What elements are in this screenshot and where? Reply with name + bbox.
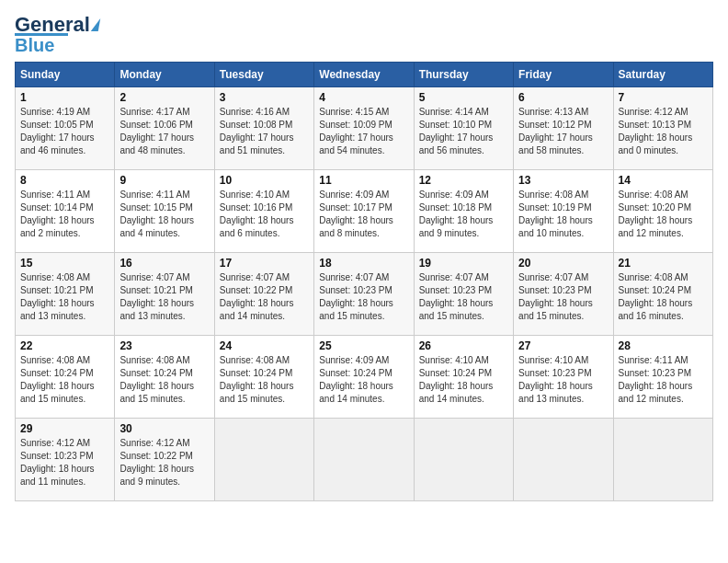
day-number: 23 (119, 339, 209, 352)
cell-content: Sunrise: 4:08 AMSunset: 10:24 PMDaylight… (20, 354, 109, 406)
calendar-cell: 1Sunrise: 4:19 AMSunset: 10:05 PMDayligh… (16, 87, 115, 170)
cell-content: Sunrise: 4:07 AMSunset: 10:22 PMDaylight… (220, 271, 309, 323)
cell-content: Sunrise: 4:10 AMSunset: 10:24 PMDaylight… (419, 354, 508, 406)
day-number: 18 (319, 257, 408, 270)
calendar-table: SundayMondayTuesdayWednesdayThursdayFrid… (15, 62, 713, 501)
calendar-cell: 22Sunrise: 4:08 AMSunset: 10:24 PMDaylig… (16, 336, 115, 419)
cell-content: Sunrise: 4:15 AMSunset: 10:09 PMDaylight… (319, 106, 408, 157)
cell-content: Sunrise: 4:08 AMSunset: 10:20 PMDaylight… (619, 189, 708, 240)
calendar-cell: 23Sunrise: 4:08 AMSunset: 10:24 PMDaylig… (115, 336, 214, 419)
day-number: 12 (419, 174, 508, 187)
calendar-cell: 8Sunrise: 4:11 AMSunset: 10:14 PMDayligh… (16, 170, 115, 253)
calendar-week-row: 22Sunrise: 4:08 AMSunset: 10:24 PMDaylig… (16, 336, 713, 419)
day-number: 6 (518, 91, 608, 104)
day-number: 3 (220, 91, 309, 104)
day-number: 7 (619, 91, 708, 104)
day-number: 9 (119, 174, 209, 187)
calendar-cell: 9Sunrise: 4:11 AMSunset: 10:15 PMDayligh… (115, 170, 214, 253)
day-number: 1 (20, 91, 109, 104)
cell-content: Sunrise: 4:12 AMSunset: 10:13 PMDaylight… (619, 106, 708, 157)
day-number: 28 (619, 339, 708, 352)
calendar-cell: 30Sunrise: 4:12 AMSunset: 10:22 PMDaylig… (115, 419, 214, 501)
day-of-week-header: Friday (514, 63, 613, 87)
calendar-cell: 19Sunrise: 4:07 AMSunset: 10:23 PMDaylig… (414, 253, 513, 336)
calendar-cell (613, 419, 712, 501)
cell-content: Sunrise: 4:10 AMSunset: 10:16 PMDaylight… (220, 189, 309, 240)
day-number: 25 (319, 339, 408, 352)
calendar-cell: 6Sunrise: 4:13 AMSunset: 10:12 PMDayligh… (514, 87, 613, 170)
calendar-cell: 26Sunrise: 4:10 AMSunset: 10:24 PMDaylig… (414, 336, 513, 419)
calendar-cell: 2Sunrise: 4:17 AMSunset: 10:06 PMDayligh… (115, 87, 214, 170)
calendar-cell: 28Sunrise: 4:11 AMSunset: 10:23 PMDaylig… (613, 336, 712, 419)
cell-content: Sunrise: 4:11 AMSunset: 10:23 PMDaylight… (619, 354, 708, 406)
calendar-cell: 17Sunrise: 4:07 AMSunset: 10:22 PMDaylig… (214, 253, 313, 336)
day-number: 26 (419, 339, 508, 352)
cell-content: Sunrise: 4:16 AMSunset: 10:08 PMDaylight… (220, 106, 309, 157)
cell-content: Sunrise: 4:17 AMSunset: 10:06 PMDaylight… (119, 106, 209, 157)
calendar-cell: 25Sunrise: 4:09 AMSunset: 10:24 PMDaylig… (314, 336, 414, 419)
calendar-cell: 18Sunrise: 4:07 AMSunset: 10:23 PMDaylig… (314, 253, 414, 336)
day-number: 10 (220, 174, 309, 187)
calendar-cell: 3Sunrise: 4:16 AMSunset: 10:08 PMDayligh… (214, 87, 313, 170)
day-number: 4 (319, 91, 408, 104)
calendar-cell: 11Sunrise: 4:09 AMSunset: 10:17 PMDaylig… (314, 170, 414, 253)
day-number: 11 (319, 174, 408, 187)
calendar-cell: 27Sunrise: 4:10 AMSunset: 10:23 PMDaylig… (514, 336, 613, 419)
day-number: 8 (20, 174, 109, 187)
cell-content: Sunrise: 4:11 AMSunset: 10:14 PMDaylight… (20, 189, 109, 240)
cell-content: Sunrise: 4:07 AMSunset: 10:23 PMDaylight… (319, 271, 408, 323)
cell-content: Sunrise: 4:13 AMSunset: 10:12 PMDaylight… (518, 106, 608, 157)
calendar-cell (414, 419, 513, 501)
day-of-week-header: Saturday (613, 63, 712, 87)
cell-content: Sunrise: 4:08 AMSunset: 10:24 PMDaylight… (220, 354, 309, 406)
day-of-week-header: Thursday (414, 63, 513, 87)
cell-content: Sunrise: 4:08 AMSunset: 10:21 PMDaylight… (20, 271, 109, 323)
calendar-cell: 29Sunrise: 4:12 AMSunset: 10:23 PMDaylig… (16, 419, 115, 501)
day-of-week-header: Sunday (16, 63, 115, 87)
calendar-cell: 5Sunrise: 4:14 AMSunset: 10:10 PMDayligh… (414, 87, 513, 170)
cell-content: Sunrise: 4:07 AMSunset: 10:21 PMDaylight… (119, 271, 209, 323)
day-number: 14 (619, 174, 708, 187)
cell-content: Sunrise: 4:09 AMSunset: 10:24 PMDaylight… (319, 354, 408, 406)
calendar-header-row: SundayMondayTuesdayWednesdayThursdayFrid… (16, 63, 713, 87)
cell-content: Sunrise: 4:09 AMSunset: 10:18 PMDaylight… (419, 189, 508, 240)
day-of-week-header: Monday (115, 63, 214, 87)
calendar-week-row: 29Sunrise: 4:12 AMSunset: 10:23 PMDaylig… (16, 419, 713, 501)
cell-content: Sunrise: 4:08 AMSunset: 10:24 PMDaylight… (619, 271, 708, 323)
cell-content: Sunrise: 4:09 AMSunset: 10:17 PMDaylight… (319, 189, 408, 240)
calendar-cell (214, 419, 313, 501)
cell-content: Sunrise: 4:08 AMSunset: 10:24 PMDaylight… (119, 354, 209, 406)
page-header: General Blue (15, 15, 713, 54)
cell-content: Sunrise: 4:11 AMSunset: 10:15 PMDaylight… (119, 189, 209, 240)
day-number: 16 (119, 257, 209, 270)
day-number: 15 (20, 257, 109, 270)
calendar-cell: 14Sunrise: 4:08 AMSunset: 10:20 PMDaylig… (613, 170, 712, 253)
calendar-cell: 7Sunrise: 4:12 AMSunset: 10:13 PMDayligh… (613, 87, 712, 170)
day-number: 13 (518, 174, 608, 187)
calendar-cell (314, 419, 414, 501)
cell-content: Sunrise: 4:07 AMSunset: 10:23 PMDaylight… (419, 271, 508, 323)
calendar-cell: 20Sunrise: 4:07 AMSunset: 10:23 PMDaylig… (514, 253, 613, 336)
calendar-cell: 16Sunrise: 4:07 AMSunset: 10:21 PMDaylig… (115, 253, 214, 336)
day-number: 29 (20, 422, 109, 435)
day-number: 27 (518, 339, 608, 352)
day-number: 30 (119, 422, 209, 435)
day-number: 20 (518, 257, 608, 270)
calendar-cell: 15Sunrise: 4:08 AMSunset: 10:21 PMDaylig… (16, 253, 115, 336)
day-number: 2 (119, 91, 209, 104)
day-of-week-header: Tuesday (214, 63, 313, 87)
logo: General Blue (15, 15, 99, 54)
cell-content: Sunrise: 4:07 AMSunset: 10:23 PMDaylight… (518, 271, 608, 323)
day-number: 24 (220, 339, 309, 352)
calendar-cell: 13Sunrise: 4:08 AMSunset: 10:19 PMDaylig… (514, 170, 613, 253)
cell-content: Sunrise: 4:10 AMSunset: 10:23 PMDaylight… (518, 354, 608, 406)
calendar-week-row: 8Sunrise: 4:11 AMSunset: 10:14 PMDayligh… (16, 170, 713, 253)
calendar-cell: 12Sunrise: 4:09 AMSunset: 10:18 PMDaylig… (414, 170, 513, 253)
logo-text: General (15, 15, 99, 35)
calendar-week-row: 1Sunrise: 4:19 AMSunset: 10:05 PMDayligh… (16, 87, 713, 170)
day-number: 19 (419, 257, 508, 270)
cell-content: Sunrise: 4:19 AMSunset: 10:05 PMDaylight… (20, 106, 109, 157)
day-of-week-header: Wednesday (314, 63, 414, 87)
day-number: 21 (619, 257, 708, 270)
calendar-cell (514, 419, 613, 501)
